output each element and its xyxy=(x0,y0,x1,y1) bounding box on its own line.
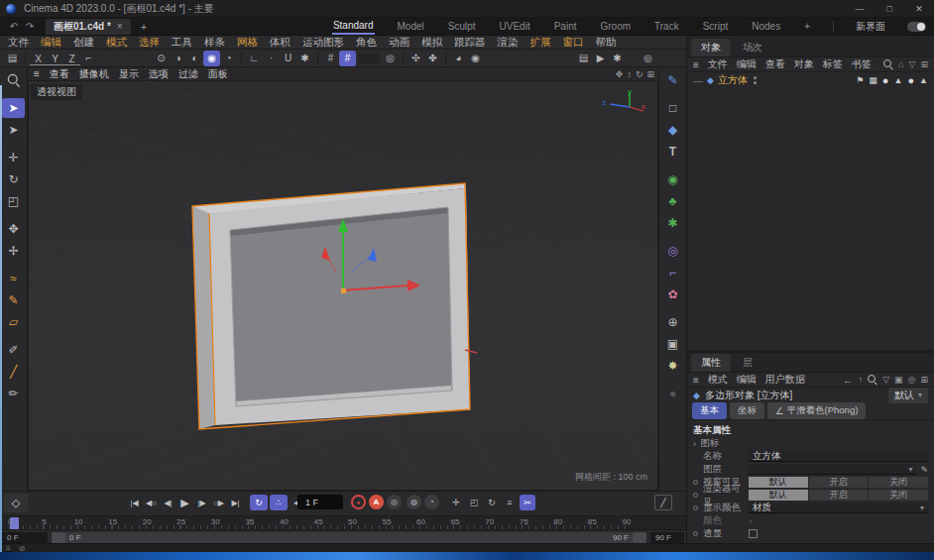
menu-character[interactable]: 角色 xyxy=(356,36,377,50)
rotation-toggle-icon[interactable]: ↻ xyxy=(484,495,500,510)
menu-mode[interactable]: 模式 xyxy=(106,36,127,50)
viewport-menu-options[interactable]: 选项 xyxy=(149,67,169,81)
om-menu-tags[interactable]: 标签 xyxy=(823,57,843,71)
rotate-tool-icon[interactable]: ↻ xyxy=(2,169,25,189)
option-on[interactable]: 开启 xyxy=(809,477,869,488)
home-icon[interactable]: ⌂ xyxy=(898,59,903,69)
tab-basic[interactable]: 基本 xyxy=(692,402,727,419)
flag-tag-icon[interactable]: ⚑ xyxy=(856,75,864,85)
icon-row[interactable]: › 图标 xyxy=(687,437,934,450)
menu-window[interactable]: 窗口 xyxy=(563,36,584,50)
xray-checkbox[interactable] xyxy=(749,529,758,538)
asset-a-icon[interactable]: ◉ xyxy=(467,51,484,66)
menu-animate[interactable]: 动画 xyxy=(389,36,409,50)
volume-cube-icon[interactable]: ◆ xyxy=(661,120,684,140)
rotate-view-icon[interactable]: ↻ xyxy=(636,69,643,79)
scale-toggle-icon[interactable]: ◰ xyxy=(466,495,482,510)
range-slider-left-cap[interactable] xyxy=(52,532,65,543)
anim-dot-icon[interactable] xyxy=(693,505,698,510)
mograph-icon[interactable]: ♣ xyxy=(661,191,684,211)
deformer-icon[interactable]: ✱ xyxy=(661,213,684,233)
tracer-icon[interactable]: ⌐ xyxy=(661,263,684,282)
knife-tool-icon[interactable]: ╱ xyxy=(2,362,25,382)
maximize-button[interactable]: □ xyxy=(875,0,904,18)
menu-select[interactable]: 选择 xyxy=(139,36,160,50)
pin-icon[interactable]: ◎ xyxy=(908,375,916,385)
keyframe-selection-button[interactable]: ◎ xyxy=(387,495,402,509)
axis-modify-icon[interactable]: · xyxy=(263,51,280,66)
back-icon[interactable]: ← xyxy=(843,374,854,386)
menu-simulate[interactable]: 模拟 xyxy=(421,36,442,50)
new-ui-toggle[interactable] xyxy=(907,22,926,32)
record-keyframe-button[interactable]: ● xyxy=(351,495,366,509)
phong-tag-icon[interactable]: ▦ xyxy=(869,75,877,85)
edge-mode-icon[interactable]: ◉ xyxy=(203,51,220,66)
tab-phong[interactable]: ∠ 平滑着色(Phong) xyxy=(767,402,866,419)
menu-mograph[interactable]: 运动图形 xyxy=(302,36,344,50)
am-menu-edit[interactable]: 编辑 xyxy=(737,373,757,387)
preset-dropdown[interactable]: 默认 ▾ xyxy=(888,388,928,403)
camera-icon[interactable]: ▣ xyxy=(661,334,684,354)
tab-layers[interactable]: 层 xyxy=(733,354,762,372)
range-slider[interactable]: 0 F 90 F xyxy=(52,532,646,543)
layout-tab-model[interactable]: Model xyxy=(397,19,425,34)
anim-dot-icon[interactable] xyxy=(693,531,698,536)
tab-attributes[interactable]: 属性 xyxy=(691,354,731,372)
selection-tag-icon[interactable]: ▲ xyxy=(919,75,928,85)
viewport-menu-view[interactable]: 查看 xyxy=(50,67,69,81)
document-tab[interactable]: 画框01.c4d * × xyxy=(46,19,131,35)
expand-arrow-icon[interactable]: › xyxy=(693,438,696,449)
viewport-menu-camera[interactable]: 摄像机 xyxy=(79,67,109,81)
range-end-field[interactable]: 90 F xyxy=(650,532,684,543)
viewport-menu-display[interactable]: 显示 xyxy=(119,67,139,81)
target-icon[interactable]: ◎ xyxy=(382,51,399,66)
filter-icon[interactable]: ▽ xyxy=(909,59,916,69)
texture-mode-icon[interactable]: ◑ xyxy=(170,51,186,66)
primitive-cube-icon[interactable]: □ xyxy=(661,98,684,118)
add-layout-button[interactable]: + xyxy=(803,19,811,34)
option-off[interactable]: 关闭 xyxy=(869,490,928,501)
polygon-mode-icon[interactable]: ◔ xyxy=(220,51,237,66)
object-name[interactable]: 立方体 xyxy=(718,73,748,87)
scale-tool-icon[interactable]: ◰ xyxy=(2,191,25,211)
menu-tools[interactable]: 工具 xyxy=(172,36,192,50)
tweak-tool-icon[interactable]: ➤ xyxy=(2,120,25,140)
menu-extensions[interactable]: 扩展 xyxy=(530,36,551,50)
menu-edit[interactable]: 编辑 xyxy=(41,36,61,50)
prev-frame-button[interactable]: ◀| xyxy=(160,495,176,510)
object-manager-body[interactable] xyxy=(687,88,934,350)
pla-toggle-icon[interactable]: ✂ xyxy=(520,495,535,510)
position-toggle-icon[interactable]: ✛ xyxy=(448,495,464,510)
menu-help[interactable]: 帮助 xyxy=(596,36,617,50)
display-color-dropdown[interactable]: 材质 ▾ xyxy=(749,503,928,513)
cube-object-icon[interactable]: ◆ xyxy=(707,75,714,85)
anim-dot-icon[interactable] xyxy=(693,480,698,485)
dope-sheet-icon[interactable]: ∴ xyxy=(270,495,288,510)
popout-icon[interactable]: ⊞ xyxy=(920,375,928,385)
anim-dot-icon[interactable] xyxy=(693,493,698,498)
viewport-menu-icon[interactable]: ≡ xyxy=(34,68,40,79)
search-icon[interactable] xyxy=(883,59,893,69)
pan-view-icon[interactable]: ✥ xyxy=(616,69,624,79)
selection-tag-icon[interactable]: ▲ xyxy=(894,75,903,85)
polygon-pen-icon[interactable]: ▱ xyxy=(2,312,25,332)
prev-key-button[interactable]: ◀○ xyxy=(143,495,160,510)
toggle-view-icon[interactable]: ⊞ xyxy=(646,69,654,79)
lock-icon[interactable]: ▣ xyxy=(894,375,903,385)
spline-smooth-icon[interactable]: ≈ xyxy=(2,269,25,288)
normal-move-icon[interactable]: U xyxy=(280,51,296,66)
model-mode-icon[interactable]: ⊙ xyxy=(153,51,170,66)
spline-pen-icon[interactable]: ✎ xyxy=(661,70,684,90)
material-icon[interactable]: ● xyxy=(661,384,684,403)
tab-takes[interactable]: 场次 xyxy=(733,39,772,56)
option-off[interactable]: 关闭 xyxy=(869,477,928,488)
add-document-tab-button[interactable]: + xyxy=(141,21,147,33)
viewport-menu-panel[interactable]: 面板 xyxy=(208,67,228,81)
snap-toggle[interactable] xyxy=(358,54,380,63)
layout-tab-sculpt[interactable]: Sculpt xyxy=(447,19,477,34)
sketch-tool-icon[interactable]: ✏ xyxy=(2,384,25,403)
tab-coordinates[interactable]: 坐标 xyxy=(730,402,764,419)
mirror-icon[interactable]: ✣ xyxy=(408,51,424,66)
goto-end-button[interactable]: ▶| xyxy=(227,495,244,510)
object-row[interactable]: — ◆ 立方体 ⚑ ▦ ● ▲ ● ▲ xyxy=(687,72,934,88)
